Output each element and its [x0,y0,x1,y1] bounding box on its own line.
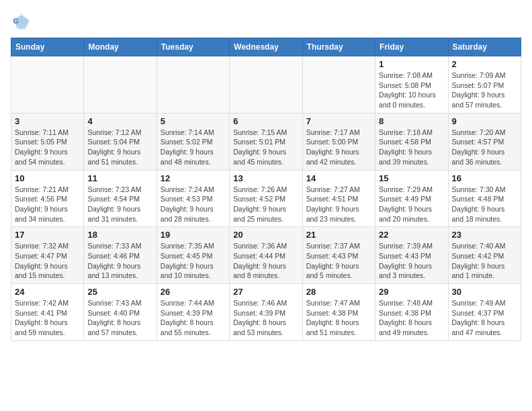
calendar-week-2: 3Sunrise: 7:11 AMSunset: 5:05 PMDaylight… [11,113,521,170]
calendar-cell [11,56,84,113]
day-number: 12 [161,173,226,183]
calendar-cell: 15Sunrise: 7:29 AMSunset: 4:49 PMDayligh… [375,170,448,227]
day-number: 10 [15,173,80,183]
day-info: Sunrise: 7:33 AMSunset: 4:46 PMDaylight:… [87,241,152,281]
calendar-header-thursday: Thursday [302,38,375,56]
calendar-header-tuesday: Tuesday [157,38,229,56]
calendar-cell: 18Sunrise: 7:33 AMSunset: 4:46 PMDayligh… [84,227,157,284]
day-info: Sunrise: 7:32 AMSunset: 4:47 PMDaylight:… [15,241,80,281]
calendar-cell: 21Sunrise: 7:37 AMSunset: 4:43 PMDayligh… [302,227,375,284]
calendar-cell: 22Sunrise: 7:39 AMSunset: 4:43 PMDayligh… [375,227,448,284]
day-number: 17 [15,230,80,240]
day-info: Sunrise: 7:42 AMSunset: 4:41 PMDaylight:… [15,298,80,338]
day-info: Sunrise: 7:36 AMSunset: 4:44 PMDaylight:… [233,241,298,281]
day-info: Sunrise: 7:26 AMSunset: 4:52 PMDaylight:… [233,185,298,224]
calendar-cell: 29Sunrise: 7:48 AMSunset: 4:38 PMDayligh… [375,284,448,341]
day-number: 3 [15,116,80,126]
calendar-week-1: 1Sunrise: 7:08 AMSunset: 5:08 PMDaylight… [11,56,521,113]
calendar-cell [157,56,229,113]
calendar-cell: 24Sunrise: 7:42 AMSunset: 4:41 PMDayligh… [11,284,84,341]
calendar-cell: 11Sunrise: 7:23 AMSunset: 4:54 PMDayligh… [84,170,157,227]
calendar-week-5: 24Sunrise: 7:42 AMSunset: 4:41 PMDayligh… [11,284,521,341]
calendar-week-3: 10Sunrise: 7:21 AMSunset: 4:56 PMDayligh… [11,170,521,227]
day-number: 23 [452,230,517,240]
calendar-cell: 13Sunrise: 7:26 AMSunset: 4:52 PMDayligh… [230,170,302,227]
day-number: 25 [87,287,152,297]
calendar-cell: 16Sunrise: 7:30 AMSunset: 4:48 PMDayligh… [448,170,521,227]
day-number: 2 [452,59,517,69]
calendar-cell: 26Sunrise: 7:44 AMSunset: 4:39 PMDayligh… [157,284,229,341]
day-number: 6 [233,116,298,126]
day-info: Sunrise: 7:24 AMSunset: 4:53 PMDaylight:… [161,185,226,224]
calendar-cell: 25Sunrise: 7:43 AMSunset: 4:40 PMDayligh… [84,284,157,341]
day-info: Sunrise: 7:35 AMSunset: 4:45 PMDaylight:… [161,241,226,281]
day-info: Sunrise: 7:08 AMSunset: 5:08 PMDaylight:… [379,71,444,110]
day-info: Sunrise: 7:37 AMSunset: 4:43 PMDaylight:… [306,241,371,281]
calendar-cell: 2Sunrise: 7:09 AMSunset: 5:07 PMDaylight… [448,56,521,113]
day-info: Sunrise: 7:49 AMSunset: 4:37 PMDaylight:… [452,298,517,338]
day-number: 24 [15,287,80,297]
calendar-cell: 23Sunrise: 7:40 AMSunset: 4:42 PMDayligh… [448,227,521,284]
logo: G [11,11,35,32]
day-info: Sunrise: 7:09 AMSunset: 5:07 PMDaylight:… [452,71,517,110]
day-info: Sunrise: 7:11 AMSunset: 5:05 PMDaylight:… [15,128,80,167]
calendar-cell [84,56,157,113]
day-info: Sunrise: 7:46 AMSunset: 4:39 PMDaylight:… [233,298,298,338]
day-number: 27 [233,287,298,297]
calendar-cell: 14Sunrise: 7:27 AMSunset: 4:51 PMDayligh… [302,170,375,227]
calendar-week-4: 17Sunrise: 7:32 AMSunset: 4:47 PMDayligh… [11,227,521,284]
day-number: 30 [452,287,517,297]
logo-icon: G [11,11,32,32]
calendar-cell: 5Sunrise: 7:14 AMSunset: 5:02 PMDaylight… [157,113,229,170]
day-number: 1 [379,59,444,69]
calendar: SundayMondayTuesdayWednesdayThursdayFrid… [11,38,521,341]
calendar-header-saturday: Saturday [448,38,521,56]
day-number: 11 [87,173,152,183]
calendar-header-row: SundayMondayTuesdayWednesdayThursdayFrid… [11,38,521,56]
day-number: 26 [161,287,226,297]
day-number: 18 [87,230,152,240]
calendar-cell: 27Sunrise: 7:46 AMSunset: 4:39 PMDayligh… [230,284,302,341]
calendar-cell: 10Sunrise: 7:21 AMSunset: 4:56 PMDayligh… [11,170,84,227]
day-number: 21 [306,230,371,240]
day-info: Sunrise: 7:12 AMSunset: 5:04 PMDaylight:… [87,128,152,167]
day-info: Sunrise: 7:30 AMSunset: 4:48 PMDaylight:… [452,185,517,224]
calendar-cell [230,56,302,113]
day-info: Sunrise: 7:44 AMSunset: 4:39 PMDaylight:… [161,298,226,338]
calendar-cell: 20Sunrise: 7:36 AMSunset: 4:44 PMDayligh… [230,227,302,284]
calendar-cell: 17Sunrise: 7:32 AMSunset: 4:47 PMDayligh… [11,227,84,284]
calendar-cell: 12Sunrise: 7:24 AMSunset: 4:53 PMDayligh… [157,170,229,227]
day-info: Sunrise: 7:43 AMSunset: 4:40 PMDaylight:… [87,298,152,338]
day-number: 15 [379,173,444,183]
day-number: 22 [379,230,444,240]
svg-text:G: G [13,17,19,25]
day-info: Sunrise: 7:39 AMSunset: 4:43 PMDaylight:… [379,241,444,281]
day-info: Sunrise: 7:48 AMSunset: 4:38 PMDaylight:… [379,298,444,338]
day-info: Sunrise: 7:40 AMSunset: 4:42 PMDaylight:… [452,241,517,281]
calendar-cell: 28Sunrise: 7:47 AMSunset: 4:38 PMDayligh… [302,284,375,341]
day-number: 29 [379,287,444,297]
day-info: Sunrise: 7:20 AMSunset: 4:57 PMDaylight:… [452,128,517,167]
calendar-header-friday: Friday [375,38,448,56]
calendar-cell: 19Sunrise: 7:35 AMSunset: 4:45 PMDayligh… [157,227,229,284]
day-info: Sunrise: 7:23 AMSunset: 4:54 PMDaylight:… [87,185,152,224]
calendar-header-wednesday: Wednesday [230,38,302,56]
day-number: 7 [306,116,371,126]
day-info: Sunrise: 7:27 AMSunset: 4:51 PMDaylight:… [306,185,371,224]
day-number: 19 [161,230,226,240]
calendar-header-sunday: Sunday [11,38,84,56]
day-number: 28 [306,287,371,297]
calendar-cell: 8Sunrise: 7:18 AMSunset: 4:58 PMDaylight… [375,113,448,170]
day-info: Sunrise: 7:47 AMSunset: 4:38 PMDaylight:… [306,298,371,338]
day-info: Sunrise: 7:14 AMSunset: 5:02 PMDaylight:… [161,128,226,167]
day-number: 9 [452,116,517,126]
day-info: Sunrise: 7:29 AMSunset: 4:49 PMDaylight:… [379,185,444,224]
day-info: Sunrise: 7:21 AMSunset: 4:56 PMDaylight:… [15,185,80,224]
calendar-cell: 6Sunrise: 7:15 AMSunset: 5:01 PMDaylight… [230,113,302,170]
day-number: 4 [87,116,152,126]
day-info: Sunrise: 7:15 AMSunset: 5:01 PMDaylight:… [233,128,298,167]
day-number: 16 [452,173,517,183]
day-number: 5 [161,116,226,126]
calendar-cell: 3Sunrise: 7:11 AMSunset: 5:05 PMDaylight… [11,113,84,170]
calendar-cell: 30Sunrise: 7:49 AMSunset: 4:37 PMDayligh… [448,284,521,341]
